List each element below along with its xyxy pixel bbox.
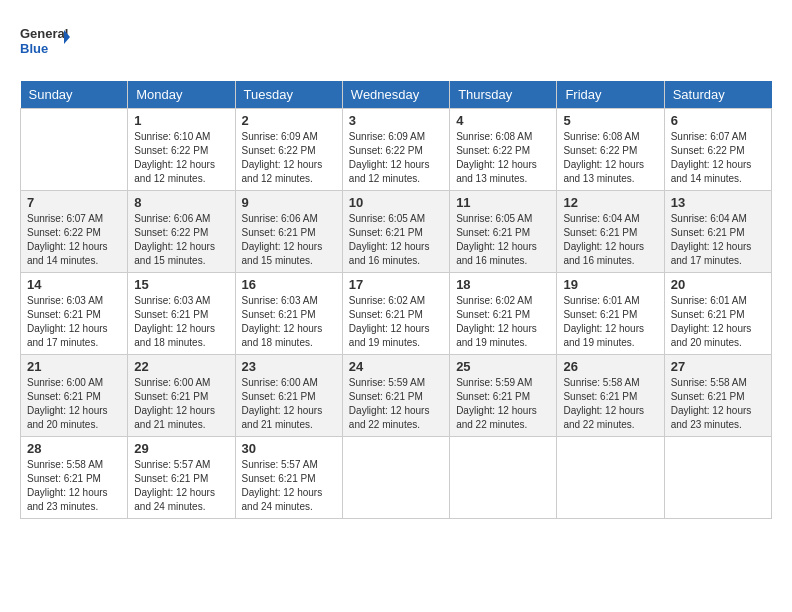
day-number: 12 xyxy=(563,195,657,210)
day-number: 9 xyxy=(242,195,336,210)
calendar-cell: 10Sunrise: 6:05 AM Sunset: 6:21 PM Dayli… xyxy=(342,191,449,273)
calendar-cell: 14Sunrise: 6:03 AM Sunset: 6:21 PM Dayli… xyxy=(21,273,128,355)
weekday-header: Friday xyxy=(557,81,664,109)
day-info: Sunrise: 6:02 AM Sunset: 6:21 PM Dayligh… xyxy=(349,294,443,350)
calendar-cell: 28Sunrise: 5:58 AM Sunset: 6:21 PM Dayli… xyxy=(21,437,128,519)
day-info: Sunrise: 5:58 AM Sunset: 6:21 PM Dayligh… xyxy=(27,458,121,514)
day-number: 14 xyxy=(27,277,121,292)
calendar-cell: 9Sunrise: 6:06 AM Sunset: 6:21 PM Daylig… xyxy=(235,191,342,273)
day-info: Sunrise: 6:10 AM Sunset: 6:22 PM Dayligh… xyxy=(134,130,228,186)
calendar-cell: 15Sunrise: 6:03 AM Sunset: 6:21 PM Dayli… xyxy=(128,273,235,355)
calendar-cell: 1Sunrise: 6:10 AM Sunset: 6:22 PM Daylig… xyxy=(128,109,235,191)
day-number: 21 xyxy=(27,359,121,374)
calendar-cell: 19Sunrise: 6:01 AM Sunset: 6:21 PM Dayli… xyxy=(557,273,664,355)
calendar-cell: 22Sunrise: 6:00 AM Sunset: 6:21 PM Dayli… xyxy=(128,355,235,437)
day-info: Sunrise: 6:03 AM Sunset: 6:21 PM Dayligh… xyxy=(242,294,336,350)
day-info: Sunrise: 6:09 AM Sunset: 6:22 PM Dayligh… xyxy=(349,130,443,186)
calendar-cell: 6Sunrise: 6:07 AM Sunset: 6:22 PM Daylig… xyxy=(664,109,771,191)
calendar-week-row: 14Sunrise: 6:03 AM Sunset: 6:21 PM Dayli… xyxy=(21,273,772,355)
day-info: Sunrise: 6:01 AM Sunset: 6:21 PM Dayligh… xyxy=(671,294,765,350)
calendar-cell: 7Sunrise: 6:07 AM Sunset: 6:22 PM Daylig… xyxy=(21,191,128,273)
day-info: Sunrise: 6:00 AM Sunset: 6:21 PM Dayligh… xyxy=(242,376,336,432)
day-info: Sunrise: 6:03 AM Sunset: 6:21 PM Dayligh… xyxy=(27,294,121,350)
day-number: 25 xyxy=(456,359,550,374)
day-number: 13 xyxy=(671,195,765,210)
calendar-cell: 5Sunrise: 6:08 AM Sunset: 6:22 PM Daylig… xyxy=(557,109,664,191)
calendar-cell: 21Sunrise: 6:00 AM Sunset: 6:21 PM Dayli… xyxy=(21,355,128,437)
day-number: 15 xyxy=(134,277,228,292)
weekday-header-row: SundayMondayTuesdayWednesdayThursdayFrid… xyxy=(21,81,772,109)
day-info: Sunrise: 6:00 AM Sunset: 6:21 PM Dayligh… xyxy=(134,376,228,432)
calendar-cell: 30Sunrise: 5:57 AM Sunset: 6:21 PM Dayli… xyxy=(235,437,342,519)
day-info: Sunrise: 6:00 AM Sunset: 6:21 PM Dayligh… xyxy=(27,376,121,432)
day-info: Sunrise: 6:08 AM Sunset: 6:22 PM Dayligh… xyxy=(563,130,657,186)
day-number: 24 xyxy=(349,359,443,374)
calendar-cell: 20Sunrise: 6:01 AM Sunset: 6:21 PM Dayli… xyxy=(664,273,771,355)
calendar-cell xyxy=(450,437,557,519)
logo: General Blue xyxy=(20,20,70,65)
day-number: 7 xyxy=(27,195,121,210)
day-info: Sunrise: 5:57 AM Sunset: 6:21 PM Dayligh… xyxy=(242,458,336,514)
day-info: Sunrise: 5:58 AM Sunset: 6:21 PM Dayligh… xyxy=(563,376,657,432)
calendar-cell: 18Sunrise: 6:02 AM Sunset: 6:21 PM Dayli… xyxy=(450,273,557,355)
calendar-cell xyxy=(21,109,128,191)
day-number: 30 xyxy=(242,441,336,456)
day-number: 16 xyxy=(242,277,336,292)
calendar-cell: 3Sunrise: 6:09 AM Sunset: 6:22 PM Daylig… xyxy=(342,109,449,191)
day-info: Sunrise: 6:08 AM Sunset: 6:22 PM Dayligh… xyxy=(456,130,550,186)
day-number: 3 xyxy=(349,113,443,128)
day-info: Sunrise: 6:07 AM Sunset: 6:22 PM Dayligh… xyxy=(27,212,121,268)
day-number: 17 xyxy=(349,277,443,292)
svg-text:Blue: Blue xyxy=(20,41,48,56)
day-info: Sunrise: 6:07 AM Sunset: 6:22 PM Dayligh… xyxy=(671,130,765,186)
calendar-cell: 24Sunrise: 5:59 AM Sunset: 6:21 PM Dayli… xyxy=(342,355,449,437)
calendar-cell: 8Sunrise: 6:06 AM Sunset: 6:22 PM Daylig… xyxy=(128,191,235,273)
day-number: 22 xyxy=(134,359,228,374)
weekday-header: Tuesday xyxy=(235,81,342,109)
day-info: Sunrise: 6:09 AM Sunset: 6:22 PM Dayligh… xyxy=(242,130,336,186)
day-number: 18 xyxy=(456,277,550,292)
calendar-week-row: 28Sunrise: 5:58 AM Sunset: 6:21 PM Dayli… xyxy=(21,437,772,519)
day-info: Sunrise: 5:59 AM Sunset: 6:21 PM Dayligh… xyxy=(456,376,550,432)
day-number: 8 xyxy=(134,195,228,210)
day-info: Sunrise: 6:06 AM Sunset: 6:22 PM Dayligh… xyxy=(134,212,228,268)
day-info: Sunrise: 6:02 AM Sunset: 6:21 PM Dayligh… xyxy=(456,294,550,350)
day-number: 4 xyxy=(456,113,550,128)
calendar-cell xyxy=(664,437,771,519)
calendar-cell xyxy=(557,437,664,519)
calendar-week-row: 21Sunrise: 6:00 AM Sunset: 6:21 PM Dayli… xyxy=(21,355,772,437)
day-info: Sunrise: 6:05 AM Sunset: 6:21 PM Dayligh… xyxy=(456,212,550,268)
calendar-table: SundayMondayTuesdayWednesdayThursdayFrid… xyxy=(20,81,772,519)
calendar-week-row: 1Sunrise: 6:10 AM Sunset: 6:22 PM Daylig… xyxy=(21,109,772,191)
day-info: Sunrise: 6:04 AM Sunset: 6:21 PM Dayligh… xyxy=(671,212,765,268)
weekday-header: Sunday xyxy=(21,81,128,109)
day-number: 28 xyxy=(27,441,121,456)
day-number: 29 xyxy=(134,441,228,456)
day-info: Sunrise: 5:59 AM Sunset: 6:21 PM Dayligh… xyxy=(349,376,443,432)
weekday-header: Wednesday xyxy=(342,81,449,109)
day-info: Sunrise: 5:58 AM Sunset: 6:21 PM Dayligh… xyxy=(671,376,765,432)
day-number: 19 xyxy=(563,277,657,292)
logo-svg: General Blue xyxy=(20,20,70,65)
day-number: 2 xyxy=(242,113,336,128)
calendar-cell: 11Sunrise: 6:05 AM Sunset: 6:21 PM Dayli… xyxy=(450,191,557,273)
calendar-cell: 2Sunrise: 6:09 AM Sunset: 6:22 PM Daylig… xyxy=(235,109,342,191)
header: General Blue xyxy=(20,20,772,65)
svg-text:General: General xyxy=(20,26,68,41)
day-info: Sunrise: 6:01 AM Sunset: 6:21 PM Dayligh… xyxy=(563,294,657,350)
day-number: 10 xyxy=(349,195,443,210)
day-number: 27 xyxy=(671,359,765,374)
day-number: 1 xyxy=(134,113,228,128)
day-info: Sunrise: 6:04 AM Sunset: 6:21 PM Dayligh… xyxy=(563,212,657,268)
day-info: Sunrise: 5:57 AM Sunset: 6:21 PM Dayligh… xyxy=(134,458,228,514)
calendar-cell: 29Sunrise: 5:57 AM Sunset: 6:21 PM Dayli… xyxy=(128,437,235,519)
calendar-cell: 25Sunrise: 5:59 AM Sunset: 6:21 PM Dayli… xyxy=(450,355,557,437)
calendar-cell: 13Sunrise: 6:04 AM Sunset: 6:21 PM Dayli… xyxy=(664,191,771,273)
day-number: 11 xyxy=(456,195,550,210)
day-number: 6 xyxy=(671,113,765,128)
calendar-cell: 17Sunrise: 6:02 AM Sunset: 6:21 PM Dayli… xyxy=(342,273,449,355)
calendar-week-row: 7Sunrise: 6:07 AM Sunset: 6:22 PM Daylig… xyxy=(21,191,772,273)
day-number: 23 xyxy=(242,359,336,374)
calendar-cell: 23Sunrise: 6:00 AM Sunset: 6:21 PM Dayli… xyxy=(235,355,342,437)
calendar-cell: 27Sunrise: 5:58 AM Sunset: 6:21 PM Dayli… xyxy=(664,355,771,437)
